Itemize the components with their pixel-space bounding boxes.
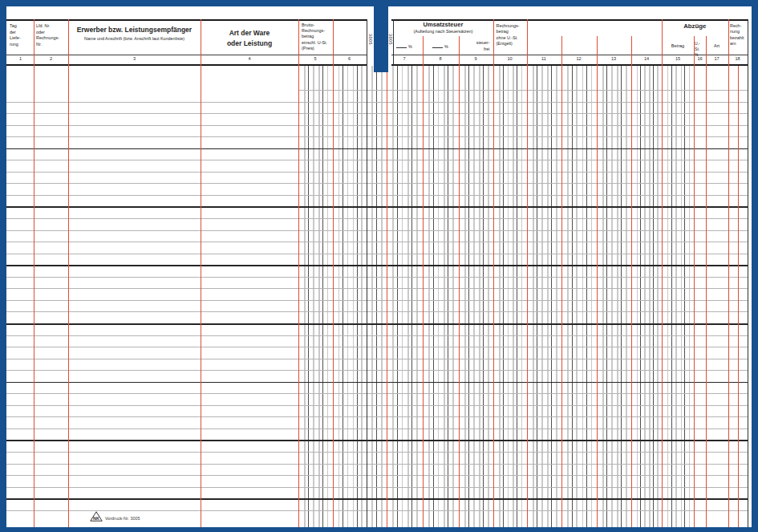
grid-line — [433, 66, 434, 527]
grid-line — [34, 19, 34, 527]
grid-line — [591, 66, 593, 527]
grid-line — [6, 55, 367, 55]
deductions-group-title: Abzüge — [662, 22, 728, 30]
grid-line — [468, 66, 469, 527]
grid-line — [473, 66, 475, 527]
column-number-16: 16 — [697, 56, 702, 61]
grid-line — [6, 242, 748, 242]
grid-line — [6, 382, 748, 384]
grid-line — [464, 66, 466, 527]
col17-header-label: Art — [706, 43, 728, 50]
grid-line — [318, 66, 320, 527]
grid-line — [6, 19, 367, 21]
grid-line — [381, 66, 383, 527]
grid-line — [387, 66, 387, 527]
grid-line — [479, 66, 480, 527]
grid-line — [681, 66, 683, 527]
grid-line — [6, 428, 748, 429]
grid-line — [602, 66, 604, 527]
grid-line — [6, 195, 748, 196]
column-number-1: 1 — [19, 56, 22, 61]
grid-line — [6, 464, 748, 465]
grid-line — [640, 66, 641, 527]
grid-line — [6, 277, 748, 278]
grid-line — [493, 19, 494, 527]
grid-line — [572, 66, 573, 527]
col10-header-label: Rechnungs- betrag ohne U.-St. (Entgelt) — [497, 23, 525, 47]
col18-header-label: Rech- nung bezahlt am — [730, 23, 748, 47]
grid-line — [201, 19, 201, 527]
col3-subtitle-label: Name und Anschrift (bzw. Anschrift laut … — [68, 36, 201, 43]
grid-line — [347, 66, 349, 527]
grid-line — [6, 498, 748, 500]
grid-line — [6, 265, 748, 266]
grid-line — [459, 36, 460, 527]
grid-line — [416, 66, 418, 527]
grid-line — [6, 416, 748, 417]
grid-line — [626, 66, 627, 527]
grid-line — [6, 230, 748, 231]
grid-line — [361, 66, 363, 527]
grid-line — [706, 36, 707, 527]
grid-line — [649, 66, 651, 527]
column-number-7: 7 — [403, 56, 405, 61]
grid-line — [343, 66, 343, 527]
grid-line — [567, 66, 569, 527]
col4-header-label: Art der Ware oder Leistung — [201, 28, 298, 49]
grid-line — [6, 452, 748, 453]
col7-percent-label: % — [408, 44, 412, 49]
column-number-2: 2 — [50, 56, 52, 61]
grid-line — [304, 66, 306, 527]
grid-line — [597, 36, 598, 527]
grid-line — [586, 66, 587, 527]
grid-line — [483, 66, 484, 527]
grid-line — [6, 218, 748, 219]
grid-line — [423, 36, 424, 527]
grid-line — [738, 66, 739, 527]
grid-line — [537, 66, 537, 527]
grid-line — [508, 66, 509, 527]
grid-line — [503, 66, 504, 527]
col7-percent-field: % — [387, 43, 423, 51]
col15-header-label: Betrag — [662, 43, 694, 50]
grid-line — [748, 19, 748, 527]
grid-line — [644, 66, 646, 527]
grid-line — [448, 66, 448, 527]
grid-line — [353, 66, 355, 527]
column-number-11: 11 — [541, 56, 546, 61]
grid-line — [298, 90, 748, 91]
grid-line — [6, 300, 748, 301]
grid-line — [308, 66, 309, 527]
grid-line — [322, 66, 323, 527]
grid-line — [411, 66, 412, 527]
grid-line — [621, 66, 622, 527]
left-form-number-vertical: 3005 — [367, 34, 374, 55]
grid-line — [533, 66, 534, 527]
column-number-18: 18 — [735, 56, 740, 61]
grid-line — [444, 66, 445, 527]
grid-line — [371, 66, 373, 527]
grid-line — [521, 66, 523, 527]
grid-line — [582, 66, 584, 527]
col5-header-label: Brutto- Rechnungs- betrag einschl. U-St.… — [302, 22, 331, 52]
grid-line — [527, 19, 528, 527]
frame-left-border — [0, 0, 6, 532]
grid-line — [298, 19, 299, 527]
grid-line — [6, 102, 748, 103]
col8-percent-label: % — [444, 44, 448, 49]
column-number-9: 9 — [474, 56, 476, 61]
grid-line — [6, 487, 748, 488]
col2-header-label: Lfd. Nr. oder Rechnungs- Nr. — [36, 23, 67, 48]
grid-line — [6, 323, 748, 325]
grid-line — [6, 347, 748, 347]
col8-blank-line — [432, 43, 443, 48]
grid-line — [6, 254, 748, 254]
grid-line — [547, 66, 549, 527]
frame-right-border — [752, 0, 758, 532]
col8-percent-field: % — [423, 43, 459, 51]
column-number-8: 8 — [439, 56, 441, 61]
column-number-10: 10 — [507, 56, 512, 61]
column-number-3: 3 — [133, 56, 136, 61]
grid-line — [6, 370, 748, 371]
grid-line — [488, 66, 489, 527]
